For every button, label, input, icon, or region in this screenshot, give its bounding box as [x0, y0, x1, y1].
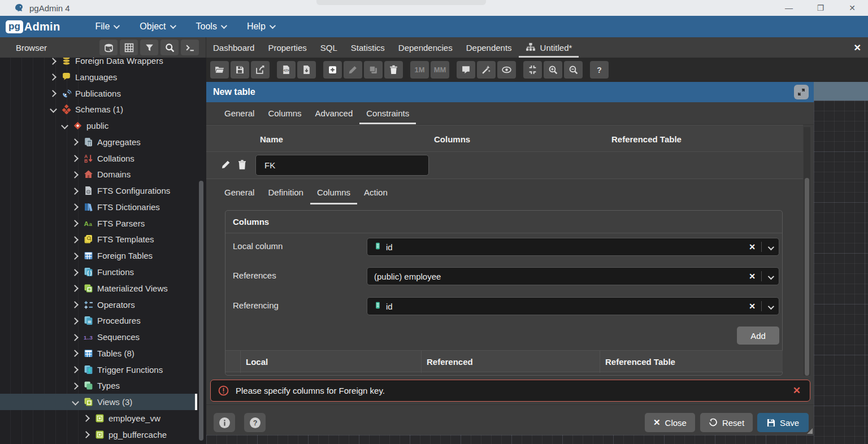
sql-file-icon[interactable]: </> [277, 61, 296, 79]
dialog-scrollbar-thumb[interactable] [805, 178, 809, 376]
chevron-down-icon[interactable] [60, 121, 69, 130]
zoom-out-icon[interactable] [564, 61, 583, 79]
add-table-icon[interactable] [323, 61, 342, 79]
tree-item-schemas-1[interactable]: Schemas (1) [0, 101, 206, 117]
fk-tab-action[interactable]: Action [357, 180, 394, 204]
zoom-in-icon[interactable] [544, 61, 562, 79]
tree-item-fts-configurations[interactable]: FTS Configurations [0, 182, 206, 199]
chevron-right-icon[interactable] [71, 268, 80, 277]
fk-tab-columns[interactable]: Columns [310, 180, 357, 204]
drop-table-icon[interactable] [384, 61, 403, 79]
menu-object[interactable]: Object [133, 18, 181, 35]
share-icon[interactable] [251, 61, 270, 79]
tree-item-foreign-tables[interactable]: Foreign Tables [0, 247, 206, 264]
add-button[interactable]: Add [737, 327, 779, 345]
chevron-right-icon[interactable] [71, 251, 80, 260]
close-tab-icon[interactable]: ✕ [854, 42, 861, 53]
edit-row-icon[interactable] [221, 160, 231, 172]
show-details-icon[interactable] [497, 61, 516, 79]
chevron-right-icon[interactable] [71, 137, 80, 146]
minimize-button[interactable]: — [773, 0, 805, 16]
tree-item-trigger-functions[interactable]: Trigger Functions [0, 362, 206, 378]
tab-statistics[interactable]: Statistics [344, 37, 392, 58]
tree-item-publications[interactable]: Publications [0, 85, 206, 102]
menu-help[interactable]: Help [240, 18, 281, 35]
chevron-right-icon[interactable] [71, 365, 80, 374]
chevron-right-icon[interactable] [82, 430, 91, 439]
local-column-select[interactable]: id✕ [367, 238, 779, 256]
reset-button[interactable]: Reset [700, 413, 753, 432]
tab-sql[interactable]: SQL [314, 37, 344, 58]
dialog-tab-advanced[interactable]: Advanced [309, 102, 360, 124]
chevron-right-icon[interactable] [71, 333, 80, 342]
tree-item-views-3[interactable]: Views (3) [0, 394, 195, 410]
dialog-scrollbar[interactable] [804, 127, 810, 376]
chevron-right-icon[interactable] [49, 72, 58, 81]
tab-dependencies[interactable]: Dependencies [392, 37, 459, 58]
chevron-down-icon[interactable] [762, 242, 779, 252]
tree-item-pg-buffercache[interactable]: pg_buffercache [0, 426, 206, 443]
chevron-right-icon[interactable] [71, 235, 80, 244]
chevron-right-icon[interactable] [71, 284, 80, 293]
referencing-select[interactable]: id✕ [367, 297, 779, 315]
fk-tab-definition[interactable]: Definition [261, 180, 310, 204]
chevron-right-icon[interactable] [71, 154, 80, 163]
constraint-row[interactable]: FK [206, 152, 803, 179]
tree-item-materialized-views[interactable]: Materialized Views [0, 280, 206, 297]
note-icon[interactable] [457, 61, 475, 79]
dialog-tab-columns[interactable]: Columns [261, 102, 308, 124]
query-table-icon[interactable] [120, 40, 138, 55]
chevron-right-icon[interactable] [82, 413, 91, 423]
references-select[interactable]: (public) employee✕ [367, 267, 779, 285]
tab-untitled[interactable]: Untitled* [519, 37, 579, 58]
chevron-right-icon[interactable] [49, 58, 58, 66]
chevron-down-icon[interactable] [49, 105, 58, 114]
tree-item-tables-8[interactable]: Tables (8) [0, 345, 206, 362]
tree-item-languages[interactable]: Languages [0, 69, 206, 85]
chevron-right-icon[interactable] [71, 219, 80, 228]
chevron-right-icon[interactable] [49, 89, 58, 98]
tree-scrollbar-thumb[interactable] [199, 181, 203, 441]
tree-item-types[interactable]: Types [0, 377, 206, 394]
restore-button[interactable]: ❐ [805, 0, 836, 16]
zoom-to-fit-icon[interactable] [523, 61, 542, 79]
chevron-right-icon[interactable] [71, 202, 80, 211]
clear-selection-icon[interactable]: ✕ [743, 302, 761, 311]
tree-item-functions[interactable]: ( )Functions [0, 264, 206, 280]
clear-selection-icon[interactable]: ✕ [743, 272, 761, 281]
close-window-button[interactable]: ✕ [836, 0, 868, 16]
search-objects-icon[interactable] [160, 40, 179, 55]
tree-item-public[interactable]: public [0, 117, 206, 134]
menu-file[interactable]: File [89, 18, 125, 35]
object-explorer-tree[interactable]: Foreign Data WrappersLanguagesPublicatio… [0, 58, 206, 444]
tree-item-sequences[interactable]: 1..3Sequences [0, 329, 206, 345]
tree-item-employee-vw[interactable]: employee_vw [0, 410, 206, 426]
storage-manager-icon[interactable] [99, 40, 118, 55]
tree-item-collations[interactable]: ABCollations [0, 150, 206, 167]
delete-row-icon[interactable] [238, 160, 246, 172]
dialog-header[interactable]: New table [206, 82, 814, 102]
tree-item-fts-parsers[interactable]: AaFTS Parsers [0, 215, 206, 232]
chevron-down-icon[interactable] [71, 398, 80, 407]
tree-item-foreign-data-wrappers[interactable]: Foreign Data Wrappers [0, 58, 206, 69]
filter-icon[interactable] [140, 40, 158, 55]
tree-item-fts-templates[interactable]: FTS Templates [0, 231, 206, 247]
fk-tab-general[interactable]: General [218, 180, 261, 204]
dismiss-error-icon[interactable]: ✕ [793, 385, 801, 397]
tree-item-domains[interactable]: Domains [0, 166, 206, 182]
chevron-right-icon[interactable] [71, 381, 80, 390]
chevron-down-icon[interactable] [762, 302, 779, 311]
dialog-tab-general[interactable]: General [218, 102, 261, 124]
download-image-icon[interactable] [297, 61, 316, 79]
clear-selection-icon[interactable]: ✕ [743, 242, 761, 251]
tab-dashboard[interactable]: Dashboard [206, 37, 261, 58]
chevron-right-icon[interactable] [71, 349, 80, 358]
close-button[interactable]: ✕ Close [645, 413, 695, 432]
chevron-right-icon[interactable] [71, 170, 80, 179]
tree-item-aggregates[interactable]: Aggregates [0, 134, 206, 150]
menu-tools[interactable]: Tools [189, 18, 232, 35]
tab-dependents[interactable]: Dependents [459, 37, 519, 58]
save-icon[interactable] [231, 61, 249, 79]
chevron-right-icon[interactable] [71, 300, 80, 309]
chevron-right-icon[interactable] [71, 316, 80, 325]
